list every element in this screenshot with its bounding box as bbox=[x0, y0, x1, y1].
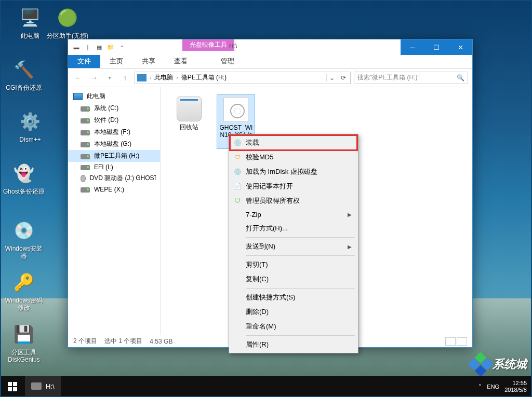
drive-icon: ▬ bbox=[72, 43, 81, 51]
chevron-right-icon[interactable]: › bbox=[150, 75, 151, 80]
menu-separator bbox=[246, 255, 355, 256]
desktop-icon[interactable]: 💾分区工具DiskGenius bbox=[3, 322, 45, 364]
location-dropdown[interactable]: ⌄ bbox=[326, 74, 337, 81]
windows-icon bbox=[8, 382, 17, 391]
diskgenius-icon: 💾 bbox=[11, 322, 36, 347]
tab-file[interactable]: 文件 bbox=[68, 54, 100, 68]
drive-icon bbox=[81, 154, 90, 159]
minimize-button[interactable]: ─ bbox=[401, 39, 424, 55]
refresh-button[interactable]: ⟳ bbox=[338, 74, 348, 81]
language-indicator[interactable]: ENG bbox=[487, 384, 499, 390]
dism-icon: ⚙️ bbox=[18, 109, 43, 134]
menu-properties[interactable]: 属性(R) bbox=[230, 337, 357, 352]
notepad-icon: 📄 bbox=[233, 182, 242, 190]
menu-separator bbox=[246, 237, 355, 238]
chevron-right-icon[interactable]: › bbox=[176, 75, 178, 80]
navpane-drive[interactable]: 本地磁盘 (F:) bbox=[68, 126, 160, 138]
desktop-icon[interactable]: 👻Ghost备份还原 bbox=[3, 161, 45, 195]
qat-customize-icon[interactable]: ⁼ bbox=[118, 43, 126, 51]
view-details-button[interactable] bbox=[445, 337, 456, 346]
key-icon: 🔑 bbox=[11, 270, 36, 295]
menu-cut[interactable]: 剪切(T) bbox=[230, 257, 357, 272]
tab-view[interactable]: 查看 bbox=[165, 54, 197, 68]
context-menu: 💿装载 🛡校验MD5 💿加载为 ImDisk 虚拟磁盘 📄使用记事本打开 🛡管理… bbox=[229, 134, 358, 353]
menu-mount[interactable]: 💿装载 bbox=[230, 135, 357, 150]
shield-icon: 🛡 bbox=[233, 197, 242, 205]
menu-delete[interactable]: 删除(D) bbox=[230, 305, 357, 319]
svg-rect-0 bbox=[8, 382, 12, 386]
menu-copy[interactable]: 复制(C) bbox=[230, 272, 357, 286]
desktop-icon[interactable]: 🔨CGI备份还原 bbox=[3, 57, 45, 91]
start-button[interactable] bbox=[0, 376, 25, 397]
drive-icon bbox=[81, 130, 90, 135]
system-tray[interactable]: ˄ ENG 12:55 2018/5/8 bbox=[473, 380, 532, 393]
pc-icon: 🖥️ bbox=[18, 5, 43, 30]
location-bar[interactable]: › 此电脑 › 微PE工具箱 (H:) ⌄ ⟳ bbox=[135, 72, 351, 84]
desktop-icon[interactable]: 🖥️此电脑 bbox=[9, 5, 51, 39]
menu-imdisk[interactable]: 💿加载为 ImDisk 虚拟磁盘 bbox=[230, 165, 357, 179]
tab-share[interactable]: 共享 bbox=[132, 54, 165, 68]
menu-7zip[interactable]: 7-Zip▶ bbox=[230, 208, 357, 221]
svg-rect-3 bbox=[13, 387, 17, 391]
drive-icon bbox=[81, 187, 90, 193]
navpane-drive[interactable]: 微PE工具箱 (H:) bbox=[68, 150, 160, 162]
menu-open-with[interactable]: 打开方式(H)... bbox=[230, 221, 357, 236]
wininst-icon: 💿 bbox=[11, 218, 36, 243]
navpane-drive[interactable]: 本地磁盘 (G:) bbox=[68, 138, 160, 150]
taskbar-item-explorer[interactable]: H:\ bbox=[25, 376, 61, 397]
navpane-drive[interactable]: 系统 (C:) bbox=[68, 102, 160, 114]
view-icons-button[interactable] bbox=[457, 337, 467, 346]
clock[interactable]: 12:55 2018/5/8 bbox=[504, 380, 527, 393]
navpane-drive[interactable]: EFI (I:) bbox=[68, 162, 160, 172]
titlebar[interactable]: ▬ | ▦ 📁 ⁼ 光盘映像工具 H:\ ─ ☐ ✕ bbox=[68, 39, 472, 55]
drive-icon bbox=[31, 382, 42, 390]
address-toolbar: ← → ▾ ↑ › 此电脑 › 微PE工具箱 (H:) ⌄ ⟳ 搜索"微PE工具… bbox=[68, 69, 472, 87]
drive-icon bbox=[81, 118, 90, 124]
back-button[interactable]: ← bbox=[72, 72, 85, 84]
search-input[interactable]: 搜索"微PE工具箱 (H:)" 🔍 bbox=[354, 72, 468, 84]
breadcrumb[interactable]: 微PE工具箱 (H:) bbox=[179, 73, 229, 82]
menu-separator bbox=[246, 288, 355, 289]
maximize-button[interactable]: ☐ bbox=[424, 39, 448, 55]
close-button[interactable]: ✕ bbox=[448, 39, 472, 55]
iso-icon bbox=[223, 97, 248, 122]
drive-icon bbox=[81, 165, 90, 170]
desktop-icon[interactable]: 🔑Windows密码修改 bbox=[3, 270, 45, 312]
chevron-right-icon: ▶ bbox=[348, 212, 352, 217]
up-button[interactable]: ↑ bbox=[119, 72, 131, 84]
desktop-icon[interactable]: 💿Windows安装器 bbox=[3, 218, 45, 260]
forward-button[interactable]: → bbox=[88, 72, 100, 84]
svg-rect-1 bbox=[13, 382, 17, 386]
shield-icon: 🛡 bbox=[233, 153, 242, 161]
tray-chevron-up-icon[interactable]: ˄ bbox=[478, 384, 482, 390]
context-tab-label: 光盘映像工具 bbox=[182, 39, 234, 51]
menu-send-to[interactable]: 发送到(N)▶ bbox=[230, 239, 357, 254]
menu-notepad[interactable]: 📄使用记事本打开 bbox=[230, 179, 357, 194]
tab-home[interactable]: 主页 bbox=[100, 54, 132, 68]
chevron-right-icon: ▶ bbox=[348, 244, 352, 250]
navpane-drive[interactable]: 软件 (D:) bbox=[68, 114, 160, 126]
file-recycle-bin[interactable]: 回收站 bbox=[170, 94, 208, 133]
properties-icon[interactable]: ▦ bbox=[95, 43, 103, 51]
navpane-this-pc[interactable]: 此电脑 bbox=[68, 90, 160, 102]
tab-manage[interactable]: 管理 bbox=[211, 53, 244, 68]
dvd-icon bbox=[81, 175, 86, 182]
recent-dropdown[interactable]: ▾ bbox=[103, 72, 116, 84]
navpane-dvd[interactable]: DVD 驱动器 (J:) GHOST_WIN10_X64 bbox=[68, 172, 160, 184]
navpane-drive[interactable]: WEPE (X:) bbox=[68, 184, 160, 195]
search-icon[interactable]: 🔍 bbox=[457, 74, 464, 81]
menu-rename[interactable]: 重命名(M) bbox=[230, 319, 357, 334]
breadcrumb[interactable]: 此电脑 bbox=[152, 73, 175, 82]
ribbon-tabs: 文件 主页 共享 查看 管理 bbox=[68, 55, 472, 69]
status-count: 2 个项目 bbox=[73, 337, 97, 346]
menu-md5[interactable]: 🛡校验MD5 bbox=[230, 150, 357, 165]
taskbar: H:\ ˄ ENG 12:55 2018/5/8 bbox=[0, 376, 532, 397]
navigation-pane: 此电脑 系统 (C:) 软件 (D:) 本地磁盘 (F:) 本地磁盘 (G:) … bbox=[68, 87, 161, 335]
desktop-icon[interactable]: ⚙️Dism++ bbox=[9, 109, 51, 143]
folder-icon[interactable]: 📁 bbox=[107, 43, 115, 51]
menu-shortcut[interactable]: 创建快捷方式(S) bbox=[230, 290, 357, 305]
desktop-icon[interactable]: 🟢分区助手(无损) bbox=[47, 5, 88, 39]
pc-icon bbox=[73, 93, 83, 100]
status-size: 4.53 GB bbox=[150, 338, 172, 345]
menu-admin-own[interactable]: 🛡管理员取得所有权 bbox=[230, 194, 357, 208]
